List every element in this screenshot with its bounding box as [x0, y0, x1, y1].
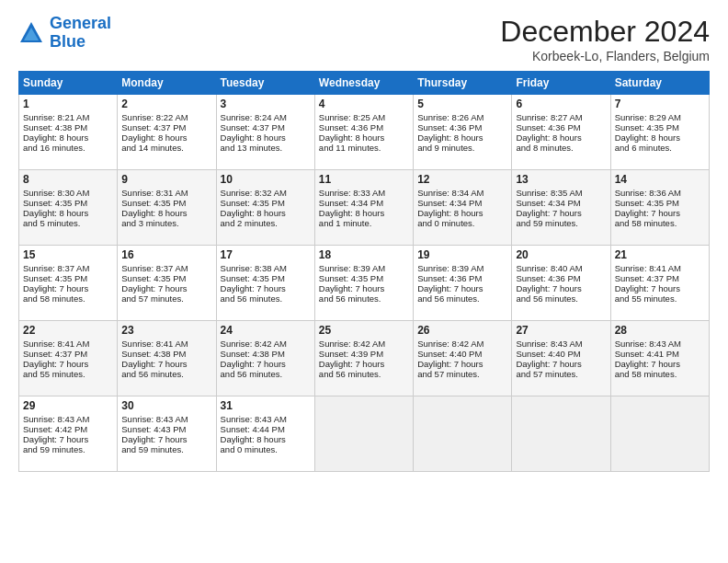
day-info: Sunset: 4:34 PM — [319, 198, 409, 208]
day-info: Sunrise: 8:43 AM — [221, 414, 311, 424]
day-number: 30 — [121, 399, 211, 412]
location: Korbeek-Lo, Flanders, Belgium — [500, 49, 710, 63]
day-info: Daylight: 7 hours — [319, 283, 409, 293]
week-row-2: 8Sunrise: 8:30 AMSunset: 4:35 PMDaylight… — [19, 170, 710, 246]
day-cell: 13Sunrise: 8:35 AMSunset: 4:34 PMDayligh… — [512, 170, 610, 246]
day-info: Sunrise: 8:32 AM — [221, 188, 311, 198]
day-info: Daylight: 7 hours — [516, 208, 606, 218]
day-number: 1 — [23, 98, 113, 110]
day-header-friday: Friday — [512, 72, 610, 95]
day-number: 27 — [516, 324, 606, 337]
day-cell: 12Sunrise: 8:34 AMSunset: 4:34 PMDayligh… — [414, 170, 512, 246]
day-info: Sunrise: 8:33 AM — [319, 188, 409, 198]
day-info: Sunset: 4:34 PM — [417, 198, 507, 208]
day-info: Daylight: 7 hours — [23, 359, 113, 369]
day-header-tuesday: Tuesday — [216, 72, 314, 95]
day-number: 10 — [221, 173, 311, 186]
day-number: 21 — [615, 248, 705, 261]
day-info: and 56 minutes. — [221, 293, 311, 304]
day-cell: 18Sunrise: 8:39 AMSunset: 4:35 PMDayligh… — [314, 246, 413, 321]
day-info: Sunset: 4:35 PM — [121, 273, 211, 283]
day-info: Daylight: 7 hours — [319, 359, 409, 369]
logo-line2: Blue — [50, 32, 85, 51]
page: General Blue December 2024 Korbeek-Lo, F… — [0, 0, 728, 563]
day-number: 20 — [516, 248, 606, 261]
day-cell: 7Sunrise: 8:29 AMSunset: 4:35 PMDaylight… — [610, 95, 709, 170]
day-info: Daylight: 7 hours — [516, 359, 606, 369]
day-number: 15 — [23, 248, 113, 261]
week-row-5: 29Sunrise: 8:43 AMSunset: 4:42 PMDayligh… — [19, 396, 710, 472]
day-info: Sunrise: 8:37 AM — [23, 263, 113, 273]
day-info: and 14 minutes. — [121, 143, 211, 153]
day-info: Sunset: 4:37 PM — [121, 122, 211, 132]
day-info: Sunset: 4:39 PM — [319, 349, 409, 359]
day-info: and 8 minutes. — [516, 143, 606, 153]
day-header-saturday: Saturday — [610, 72, 709, 95]
day-info: Sunrise: 8:40 AM — [516, 263, 606, 273]
day-cell: 16Sunrise: 8:37 AMSunset: 4:35 PMDayligh… — [118, 246, 216, 321]
logo-line1: General — [50, 14, 111, 32]
day-info: and 58 minutes. — [615, 218, 705, 228]
day-cell: 22Sunrise: 8:41 AMSunset: 4:37 PMDayligh… — [19, 321, 118, 396]
day-info: Sunset: 4:35 PM — [23, 198, 113, 208]
day-number: 13 — [516, 173, 606, 186]
day-number: 6 — [516, 98, 606, 110]
day-info: Sunset: 4:37 PM — [221, 122, 311, 132]
day-info: Sunset: 4:36 PM — [417, 122, 507, 132]
day-cell: 31Sunrise: 8:43 AMSunset: 4:44 PMDayligh… — [216, 396, 314, 472]
day-cell: 20Sunrise: 8:40 AMSunset: 4:36 PMDayligh… — [512, 246, 610, 321]
day-info: Daylight: 8 hours — [23, 132, 113, 143]
day-info: Sunrise: 8:34 AM — [417, 188, 507, 198]
day-info: Daylight: 8 hours — [121, 132, 211, 143]
day-info: and 3 minutes. — [121, 218, 211, 228]
day-cell: 17Sunrise: 8:38 AMSunset: 4:35 PMDayligh… — [216, 246, 314, 321]
day-number: 24 — [221, 324, 311, 337]
day-cell: 3Sunrise: 8:24 AMSunset: 4:37 PMDaylight… — [216, 95, 314, 170]
day-number: 12 — [417, 173, 507, 186]
month-title: December 2024 — [500, 15, 710, 49]
day-info: Sunset: 4:41 PM — [615, 349, 705, 359]
day-header-thursday: Thursday — [414, 72, 512, 95]
day-cell — [414, 396, 512, 472]
day-info: and 55 minutes. — [23, 369, 113, 379]
day-cell: 15Sunrise: 8:37 AMSunset: 4:35 PMDayligh… — [19, 246, 118, 321]
day-info: Sunrise: 8:24 AM — [221, 112, 311, 122]
day-info: and 16 minutes. — [23, 143, 113, 153]
day-info: and 58 minutes. — [23, 293, 113, 304]
day-info: Sunset: 4:37 PM — [615, 273, 705, 283]
day-cell: 4Sunrise: 8:25 AMSunset: 4:36 PMDaylight… — [314, 95, 413, 170]
day-info: Sunrise: 8:35 AM — [516, 188, 606, 198]
day-info: Daylight: 8 hours — [319, 132, 409, 143]
day-info: Sunrise: 8:42 AM — [319, 339, 409, 349]
day-number: 5 — [417, 98, 507, 110]
day-info: and 56 minutes. — [319, 369, 409, 379]
day-info: and 1 minute. — [319, 218, 409, 228]
day-info: Sunrise: 8:37 AM — [121, 263, 211, 273]
day-number: 4 — [319, 98, 409, 110]
title-block: December 2024 Korbeek-Lo, Flanders, Belg… — [500, 15, 710, 63]
day-info: and 59 minutes. — [23, 444, 113, 454]
day-cell: 30Sunrise: 8:43 AMSunset: 4:43 PMDayligh… — [118, 396, 216, 472]
day-info: Sunset: 4:36 PM — [417, 273, 507, 283]
day-info: Daylight: 8 hours — [121, 208, 211, 218]
day-info: Daylight: 7 hours — [417, 359, 507, 369]
day-info: Sunset: 4:35 PM — [221, 273, 311, 283]
day-number: 11 — [319, 173, 409, 186]
day-header-wednesday: Wednesday — [314, 72, 413, 95]
day-number: 8 — [23, 173, 113, 186]
day-info: and 6 minutes. — [615, 143, 705, 153]
day-info: Daylight: 7 hours — [23, 283, 113, 293]
day-info: Daylight: 7 hours — [516, 283, 606, 293]
day-cell: 28Sunrise: 8:43 AMSunset: 4:41 PMDayligh… — [610, 321, 709, 396]
day-cell: 1Sunrise: 8:21 AMSunset: 4:38 PMDaylight… — [19, 95, 118, 170]
day-info: Daylight: 7 hours — [221, 359, 311, 369]
day-cell: 6Sunrise: 8:27 AMSunset: 4:36 PMDaylight… — [512, 95, 610, 170]
day-info: Sunrise: 8:22 AM — [121, 112, 211, 122]
day-header-monday: Monday — [118, 72, 216, 95]
day-info: Sunset: 4:35 PM — [221, 198, 311, 208]
day-info: Sunset: 4:35 PM — [319, 273, 409, 283]
day-info: Daylight: 7 hours — [615, 208, 705, 218]
day-info: Daylight: 7 hours — [23, 434, 113, 444]
day-info: Sunset: 4:37 PM — [23, 349, 113, 359]
header-row: SundayMondayTuesdayWednesdayThursdayFrid… — [19, 72, 710, 95]
